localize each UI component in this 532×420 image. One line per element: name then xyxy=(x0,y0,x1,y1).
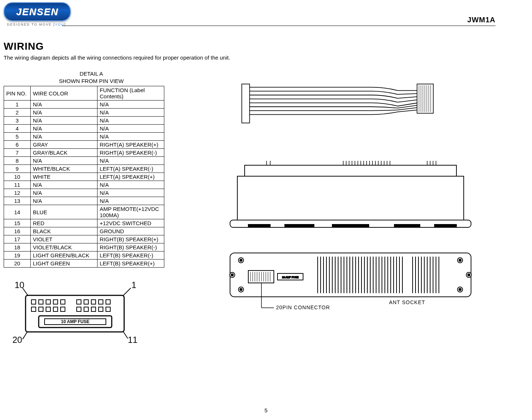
left-column: DETAIL A SHOWN FROM PIN VIEW PIN NO. WIR… xyxy=(4,70,179,350)
connector-figure: 10 1 20 11 xyxy=(4,277,146,350)
cell-pin: 12 xyxy=(4,189,31,197)
cell-pin: 16 xyxy=(4,227,31,235)
cell-color: WHITE/BLACK xyxy=(31,165,97,173)
cell-pin: 4 xyxy=(4,125,31,133)
pin-label-11: 11 xyxy=(128,335,138,345)
table-row: 2N/AN/A xyxy=(4,109,164,117)
cell-pin: 8 xyxy=(4,157,31,165)
svg-point-77 xyxy=(231,274,233,276)
cell-color: N/A xyxy=(31,125,97,133)
table-row: 9WHITE/BLACKLEFT(A) SPEAKER(-) xyxy=(4,165,164,173)
right-column: 10 AMP FUSE xyxy=(223,70,495,330)
cell-color: WHITE xyxy=(31,173,97,181)
cell-function: +12VDC SWITCHED xyxy=(97,219,164,227)
cell-pin: 2 xyxy=(4,109,31,117)
cell-color: GRAY/BLACK xyxy=(31,149,97,157)
svg-rect-9 xyxy=(61,300,65,304)
brand-name: JENSEN xyxy=(16,6,58,18)
header-bar: JWM1A xyxy=(62,7,495,26)
rear-fuse-label: 10 AMP FUSE xyxy=(282,276,298,279)
svg-rect-7 xyxy=(46,300,50,304)
svg-rect-22 xyxy=(91,307,96,311)
cell-function: LEFT(B) SPEAKER(-) xyxy=(97,251,164,260)
cell-function: N/A xyxy=(97,133,164,141)
table-row: 10WHITELEFT(A) SPEAKER(+) xyxy=(4,173,164,181)
table-caption: DETAIL A SHOWN FROM PIN VIEW xyxy=(4,70,179,84)
table-row: 6GRAYRIGHT(A) SPEAKER(+) xyxy=(4,141,164,149)
caption-line-1: DETAIL A xyxy=(80,71,103,77)
page-number: 5 xyxy=(0,407,532,413)
table-row: 8N/AN/A xyxy=(4,157,164,165)
cell-pin: 7 xyxy=(4,149,31,157)
cell-pin: 6 xyxy=(4,141,31,149)
cell-function: RIGHT(A) SPEAKER(+) xyxy=(97,141,164,149)
section-title: WIRING xyxy=(4,41,495,52)
cell-pin: 20 xyxy=(4,260,31,268)
rear-antenna-label: ANT SOCKET xyxy=(389,299,425,305)
svg-rect-36 xyxy=(237,176,464,220)
svg-point-71 xyxy=(240,288,242,291)
tagline-pre: DESIGNED TO MOVE [ xyxy=(7,23,55,26)
cell-pin: 1 xyxy=(4,101,31,109)
cell-function: N/A xyxy=(97,101,164,109)
fuse-label: 10 AMP FUSE xyxy=(61,319,89,324)
cell-pin: 3 xyxy=(4,117,31,125)
th-color: WIRE COLOR xyxy=(31,86,97,101)
table-row: 19LIGHT GREEN/BLACKLEFT(B) SPEAKER(-) xyxy=(4,251,164,260)
caption-line-2: SHOWN FROM PIN VIEW xyxy=(59,78,124,84)
cell-pin: 18 xyxy=(4,243,31,251)
svg-point-75 xyxy=(459,288,461,291)
cell-color: N/A xyxy=(31,181,97,189)
cell-function: AMP REMOTE(+12VDC 100MA) xyxy=(97,205,164,219)
svg-point-69 xyxy=(240,259,242,261)
svg-rect-11 xyxy=(84,300,88,304)
svg-rect-8 xyxy=(53,300,58,304)
table-row: 13N/AN/A xyxy=(4,197,164,205)
wiring-harness-figure xyxy=(223,77,449,136)
cell-color: GRAY xyxy=(31,141,97,149)
unit-elevation-figure xyxy=(223,151,478,235)
svg-rect-15 xyxy=(31,307,36,311)
cell-pin: 15 xyxy=(4,219,31,227)
cell-color: N/A xyxy=(31,157,97,165)
svg-rect-27 xyxy=(242,84,249,123)
cell-pin: 19 xyxy=(4,251,31,260)
cell-function: LEFT(A) SPEAKER(+) xyxy=(97,173,164,181)
tagline-you: YOU xyxy=(55,23,65,26)
pin-table: PIN NO. WIRE COLOR FUNCTION (Label Conte… xyxy=(4,86,164,268)
cell-color: RED xyxy=(31,219,97,227)
cell-function: N/A xyxy=(97,117,164,125)
cell-color: N/A xyxy=(31,117,97,125)
svg-rect-23 xyxy=(99,307,103,311)
svg-rect-19 xyxy=(61,307,65,311)
cell-color: N/A xyxy=(31,101,97,109)
table-row: 1N/AN/A xyxy=(4,101,164,109)
svg-rect-65 xyxy=(394,224,420,227)
cell-function: LEFT(B) SPEAKER(+) xyxy=(97,260,164,268)
svg-rect-24 xyxy=(106,307,110,311)
svg-rect-14 xyxy=(106,300,110,304)
svg-point-79 xyxy=(468,274,470,276)
cell-color: LIGHT GREEN xyxy=(31,260,97,268)
table-row: 5N/AN/A xyxy=(4,133,164,141)
svg-rect-5 xyxy=(31,300,36,304)
table-row: 17VIOLETRIGHT(B) SPEAKER(+) xyxy=(4,235,164,243)
cell-pin: 13 xyxy=(4,197,31,205)
cell-function: N/A xyxy=(97,125,164,133)
table-row: 7GRAY/BLACKRIGHT(A) SPEAKER(-) xyxy=(4,149,164,157)
cell-pin: 9 xyxy=(4,165,31,173)
cell-color: VIOLET xyxy=(31,235,97,243)
svg-rect-38 xyxy=(245,165,456,176)
rear-connector-label: 20PIN CONNECTOR xyxy=(276,304,330,310)
cell-function: N/A xyxy=(97,189,164,197)
model-number: JWM1A xyxy=(467,16,495,26)
cell-color: LIGHT GREEN/BLACK xyxy=(31,251,97,260)
cell-function: N/A xyxy=(97,157,164,165)
cell-pin: 5 xyxy=(4,133,31,141)
svg-rect-20 xyxy=(77,307,81,311)
cell-color: BLUE xyxy=(31,205,97,219)
pin-label-1: 1 xyxy=(131,280,136,290)
table-row: 11N/AN/A xyxy=(4,181,164,189)
table-row: 16BLACKGROUND xyxy=(4,227,164,235)
cell-color: VIOLET/BLACK xyxy=(31,243,97,251)
